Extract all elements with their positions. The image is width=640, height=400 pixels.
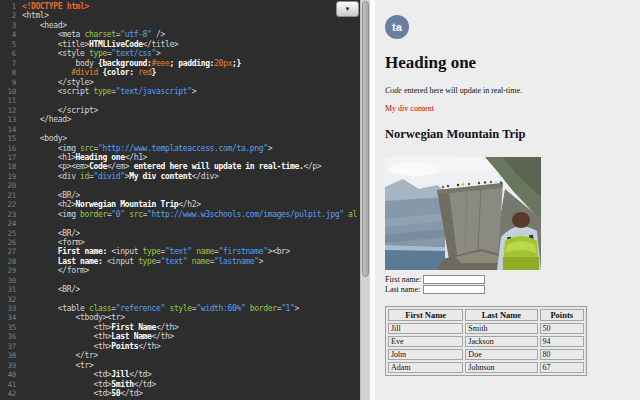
- code-line: 21 <BR/>: [0, 191, 360, 200]
- code-line: 34 <tbody><tr>: [0, 313, 360, 322]
- code-line: 32: [0, 295, 360, 304]
- line-number: 4: [0, 30, 20, 39]
- html-live-code-app: 1<!DOCTYPE html>2<html>3 <head>4 <meta c…: [0, 0, 640, 400]
- table-cell: Adam: [388, 362, 463, 373]
- code-line: 16 <img src="http://www.templateaccess.c…: [0, 144, 360, 153]
- line-number: 6: [0, 49, 20, 58]
- code-line: 19 <div id="divid">My div content</div>: [0, 172, 360, 181]
- code-line: 2<html>: [0, 11, 360, 20]
- editor-scrollbar[interactable]: [360, 0, 370, 400]
- table-cell: 67: [540, 362, 585, 373]
- table-header-cell: Points: [540, 309, 585, 321]
- code-line: 13 </head>: [0, 115, 360, 124]
- code-line: 36 <th>Last Name</th>: [0, 332, 360, 341]
- points-table: First NameLast NamePoints JillSmith50Eve…: [385, 306, 587, 376]
- code-line: 27 First name: <input type="text" name="…: [0, 247, 360, 256]
- code-line: 24: [0, 219, 360, 228]
- code-line: 38 </tr>: [0, 351, 360, 360]
- table-header-row: First NameLast NamePoints: [388, 309, 584, 321]
- line-number: 2: [0, 11, 20, 20]
- preview-heading-one: Heading one: [385, 53, 640, 73]
- table-cell: Jill: [388, 323, 463, 334]
- line-number: 31: [0, 285, 20, 294]
- table-row: JillSmith50: [388, 323, 584, 334]
- code-line: 3 <head>: [0, 21, 360, 30]
- code-line: 7 body {background:#eee; padding:20px;}: [0, 59, 360, 68]
- line-number: 23: [0, 210, 20, 219]
- line-number: 14: [0, 125, 20, 134]
- line-number: 15: [0, 134, 20, 143]
- code-editor-panel[interactable]: 1<!DOCTYPE html>2<html>3 <head>4 <meta c…: [0, 0, 360, 400]
- code-line: 15 <body>: [0, 134, 360, 143]
- code-line: 25 <BR/>: [0, 229, 360, 238]
- line-number: 3: [0, 21, 20, 30]
- code-line: 37 <th>Points</th>: [0, 342, 360, 351]
- line-number: 39: [0, 361, 20, 370]
- line-number: 25: [0, 229, 20, 238]
- code-line: 8 #divid {color: red}: [0, 68, 360, 77]
- first-name-label: First name:: [385, 275, 423, 284]
- line-number: 18: [0, 162, 20, 171]
- preview-heading-two: Norwegian Mountain Trip: [385, 127, 640, 142]
- line-number: 22: [0, 200, 20, 209]
- line-number: 12: [0, 106, 20, 115]
- line-number: 28: [0, 257, 20, 266]
- line-number: 34: [0, 313, 20, 322]
- table-cell: Jackson: [465, 336, 537, 347]
- preview-paragraph: Code entered here will update in real-ti…: [385, 86, 640, 95]
- code-line: 22 <h2>Norwegian Mountain Trip</h2>: [0, 200, 360, 209]
- line-number: 10: [0, 87, 20, 96]
- line-number: 9: [0, 78, 20, 87]
- line-number: 35: [0, 323, 20, 332]
- code-line: 11: [0, 96, 360, 105]
- line-number: 38: [0, 351, 20, 360]
- editor-lines: 1<!DOCTYPE html>2<html>3 <head>4 <meta c…: [0, 0, 360, 398]
- line-number: 16: [0, 144, 20, 153]
- table-header-cell: Last Name: [465, 309, 537, 321]
- scrollbar-thumb[interactable]: [362, 1, 369, 277]
- table-body: JillSmith50EveJackson94JohnDoe80AdamJohn…: [388, 323, 584, 373]
- line-number: 33: [0, 304, 20, 313]
- last-name-label: Last name:: [385, 285, 423, 294]
- line-number: 19: [0, 172, 20, 181]
- line-number: 11: [0, 96, 20, 105]
- table-cell: 50: [540, 323, 585, 334]
- table-cell: Smith: [465, 323, 537, 334]
- table-row: JohnDoe80: [388, 349, 584, 360]
- name-form: First name: Last name:: [385, 274, 640, 294]
- line-number: 20: [0, 181, 20, 190]
- line-number: 32: [0, 295, 20, 304]
- code-line: 6 <style type="text/css">: [0, 49, 360, 58]
- code-line: 1<!DOCTYPE html>: [0, 2, 360, 11]
- first-name-input[interactable]: [423, 275, 485, 284]
- editor-dropdown-button[interactable]: ▼: [336, 1, 359, 17]
- line-number: 5: [0, 40, 20, 49]
- line-number: 7: [0, 59, 20, 68]
- ta-logo: ta: [385, 15, 409, 39]
- pulpit-rock-photo: [385, 157, 541, 270]
- line-number: 30: [0, 276, 20, 285]
- table-row: AdamJohnson67: [388, 362, 584, 373]
- code-line: 23 <img border="0" src="http://www.w3sch…: [0, 210, 360, 219]
- paragraph-text: entered here will update in real-time.: [402, 86, 522, 95]
- line-number: 41: [0, 380, 20, 389]
- line-number: 1: [0, 2, 20, 11]
- table-cell: Johnson: [465, 362, 537, 373]
- table-cell: 80: [540, 349, 585, 360]
- line-number: 36: [0, 332, 20, 341]
- code-line: 40 <td>Jill</td>: [0, 370, 360, 379]
- line-number: 24: [0, 219, 20, 228]
- line-number: 13: [0, 115, 20, 124]
- code-line: 5 <title>HTMLLiveCode</title>: [0, 40, 360, 49]
- table-cell: John: [388, 349, 463, 360]
- last-name-input[interactable]: [423, 285, 485, 294]
- table-cell: 94: [540, 336, 585, 347]
- line-number: 40: [0, 370, 20, 379]
- code-line: 26 <form>: [0, 238, 360, 247]
- code-line: 9 </style>: [0, 78, 360, 87]
- line-number: 37: [0, 342, 20, 351]
- table-cell: Doe: [465, 349, 537, 360]
- code-line: 28 Last name: <input type="text" name="l…: [0, 257, 360, 266]
- code-line: 30: [0, 276, 360, 285]
- line-number: 26: [0, 238, 20, 247]
